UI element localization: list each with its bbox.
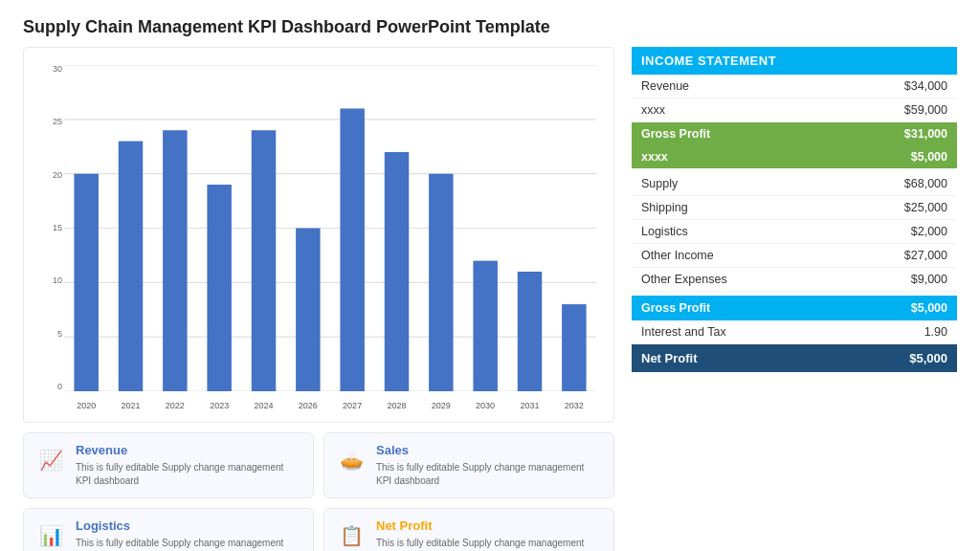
income-row-value: $34,000 bbox=[835, 75, 957, 99]
income-row-value: $5,000 bbox=[835, 344, 957, 373]
card-netprofit: 📋 Net Profit This is fully editable Supp… bbox=[323, 508, 614, 551]
income-row-value: $25,000 bbox=[835, 196, 957, 220]
income-row-label: Other Income bbox=[632, 244, 835, 268]
revenue-icon: 📈 bbox=[35, 445, 66, 475]
svg-rect-16 bbox=[473, 261, 497, 391]
income-row-2: Gross Profit$31,000 bbox=[632, 122, 957, 146]
sales-body: Sales This is fully editable Supply chan… bbox=[376, 443, 602, 488]
sales-title: Sales bbox=[376, 443, 602, 457]
logistics-body: Logistics This is fully editable Supply … bbox=[76, 518, 301, 551]
income-row-label: xxxx bbox=[632, 145, 835, 168]
income-row-5: Supply$68,000 bbox=[632, 172, 957, 196]
income-row-value: $5,000 bbox=[835, 296, 957, 320]
page: Supply Chain Management KPI Dashboard Po… bbox=[0, 0, 980, 551]
right-panel: INCOME STATEMENTRevenue$34,000xxxx$59,00… bbox=[632, 47, 957, 538]
revenue-title: Revenue bbox=[76, 443, 301, 457]
x-axis-label: 2026 bbox=[299, 401, 318, 410]
income-row-value: $2,000 bbox=[835, 220, 957, 244]
income-header-row: INCOME STATEMENT bbox=[632, 47, 957, 75]
x-axis-label: 2027 bbox=[343, 401, 362, 410]
svg-rect-12 bbox=[296, 229, 320, 392]
x-axis-label: 2021 bbox=[121, 401, 140, 410]
netprofit-body: Net Profit This is fully editable Supply… bbox=[376, 518, 602, 551]
chart-area: 302520151050 202020212022202320242026202… bbox=[23, 47, 614, 423]
income-row-value: 1.90 bbox=[835, 320, 957, 344]
income-row-3: xxxx$5,000 bbox=[632, 145, 957, 168]
netprofit-desc: This is fully editable Supply change man… bbox=[376, 537, 602, 551]
card-sales: 🥧 Sales This is fully editable Supply ch… bbox=[323, 432, 614, 498]
income-row-value: $5,000 bbox=[835, 145, 957, 168]
revenue-desc: This is fully editable Supply change man… bbox=[76, 461, 301, 488]
chart-container: 302520151050 202020212022202320242026202… bbox=[35, 57, 602, 414]
svg-rect-10 bbox=[207, 185, 231, 391]
x-axis-label: 2029 bbox=[432, 401, 451, 410]
income-row-label: Shipping bbox=[632, 196, 835, 220]
svg-rect-8 bbox=[119, 142, 143, 391]
income-row-11: Gross Profit$5,000 bbox=[632, 296, 957, 320]
income-row-value: $27,000 bbox=[835, 244, 957, 268]
income-row-label: xxxx bbox=[632, 99, 835, 122]
svg-rect-7 bbox=[74, 174, 98, 391]
x-axis-label: 2020 bbox=[77, 401, 96, 410]
svg-rect-15 bbox=[429, 174, 453, 391]
y-axis-label: 15 bbox=[53, 224, 62, 232]
income-row-0: Revenue$34,000 bbox=[632, 75, 957, 99]
income-header-label: INCOME STATEMENT bbox=[632, 47, 957, 75]
left-panel: 302520151050 202020212022202320242026202… bbox=[23, 47, 614, 538]
card-revenue: 📈 Revenue This is fully editable Supply … bbox=[23, 432, 314, 498]
y-axis-label: 5 bbox=[57, 330, 62, 339]
revenue-body: Revenue This is fully editable Supply ch… bbox=[76, 443, 301, 488]
income-row-1: xxxx$59,000 bbox=[632, 99, 957, 122]
income-row-13: Net Profit$5,000 bbox=[632, 344, 957, 373]
svg-rect-14 bbox=[385, 152, 409, 391]
svg-rect-18 bbox=[562, 304, 586, 391]
income-row-9: Other Expenses$9,000 bbox=[632, 268, 957, 292]
card-logistics: 📊 Logistics This is fully editable Suppl… bbox=[23, 508, 314, 551]
x-axis-label: 2032 bbox=[565, 401, 584, 410]
svg-rect-13 bbox=[340, 108, 364, 391]
netprofit-title: Net Profit bbox=[376, 518, 602, 533]
income-row-label: Gross Profit bbox=[632, 122, 835, 146]
y-axis-label: 25 bbox=[53, 118, 62, 126]
income-row-label: Revenue bbox=[632, 75, 835, 99]
y-axis-label: 10 bbox=[53, 276, 62, 285]
income-row-label: Gross Profit bbox=[632, 296, 835, 320]
x-axis-label: 2022 bbox=[166, 401, 185, 410]
svg-rect-9 bbox=[163, 130, 187, 391]
sales-desc: This is fully editable Supply change man… bbox=[376, 461, 602, 488]
y-axis-label: 0 bbox=[57, 383, 62, 391]
income-row-value: $9,000 bbox=[835, 268, 957, 292]
sales-icon: 🥧 bbox=[336, 445, 367, 475]
income-row-8: Other Income$27,000 bbox=[632, 244, 957, 268]
logistics-icon: 📊 bbox=[35, 520, 66, 551]
svg-rect-17 bbox=[518, 272, 542, 391]
income-row-value: $68,000 bbox=[835, 172, 957, 196]
x-axis-label: 2030 bbox=[476, 401, 495, 410]
x-axis-label: 2024 bbox=[254, 401, 273, 410]
x-axis-labels: 2020202120222023202420262027202820292030… bbox=[64, 401, 596, 410]
income-row-label: Net Profit bbox=[632, 344, 835, 373]
income-row-label: Interest and Tax bbox=[632, 320, 835, 344]
income-row-12: Interest and Tax1.90 bbox=[632, 320, 957, 344]
income-row-label: Other Expenses bbox=[632, 268, 835, 292]
cards-row: 📈 Revenue This is fully editable Supply … bbox=[23, 432, 614, 538]
income-row-6: Shipping$25,000 bbox=[632, 196, 957, 220]
y-axis-label: 30 bbox=[53, 65, 62, 74]
logistics-title: Logistics bbox=[76, 518, 301, 533]
x-axis-label: 2031 bbox=[520, 401, 539, 410]
page-title: Supply Chain Management KPI Dashboard Po… bbox=[23, 17, 957, 37]
y-axis-labels: 302520151050 bbox=[35, 65, 62, 391]
income-row-value: $31,000 bbox=[835, 122, 957, 146]
netprofit-icon: 📋 bbox=[336, 520, 367, 551]
x-axis-label: 2028 bbox=[387, 401, 406, 410]
main-content: 302520151050 202020212022202320242026202… bbox=[23, 47, 957, 538]
income-row-label: Supply bbox=[632, 172, 835, 196]
bar-chart-svg bbox=[64, 65, 596, 391]
svg-rect-11 bbox=[252, 130, 276, 391]
logistics-desc: This is fully editable Supply change man… bbox=[76, 537, 301, 551]
y-axis-label: 20 bbox=[53, 171, 62, 180]
income-table: INCOME STATEMENTRevenue$34,000xxxx$59,00… bbox=[632, 47, 957, 372]
income-row-label: Logistics bbox=[632, 220, 835, 244]
income-row-7: Logistics$2,000 bbox=[632, 220, 957, 244]
income-row-value: $59,000 bbox=[835, 99, 957, 122]
